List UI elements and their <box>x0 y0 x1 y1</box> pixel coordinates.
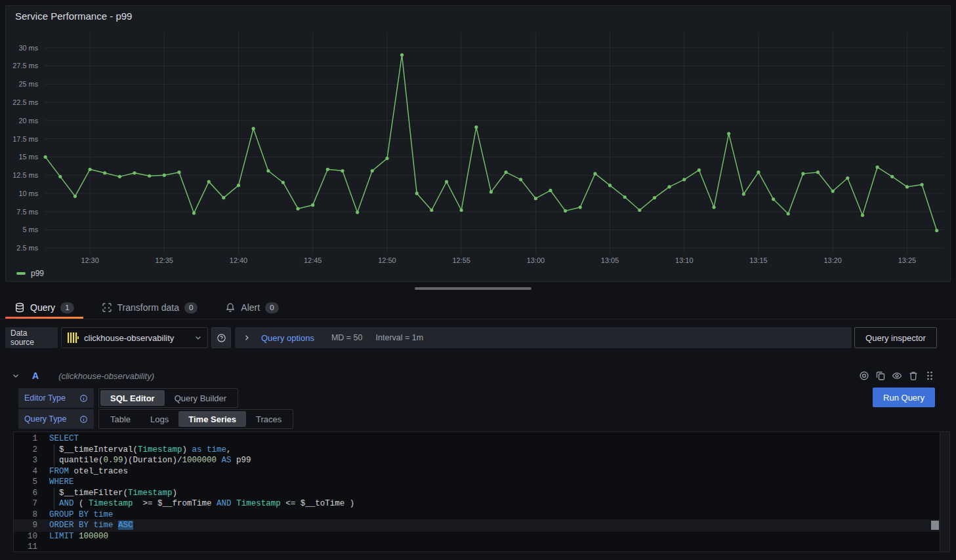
tabs-divider <box>0 319 956 319</box>
tab-transform-data[interactable]: Transform data 0 <box>93 296 207 319</box>
query-datasource-hint: (clickhouse-observability) <box>58 371 154 381</box>
query-ref-id[interactable]: A <box>32 370 39 381</box>
query-options-md: MD = 50 <box>331 333 363 342</box>
svg-text:20 ms: 20 ms <box>18 117 38 125</box>
svg-text:12:50: 12:50 <box>378 256 396 264</box>
datasource-name: clickhouse-observability <box>84 333 174 343</box>
query-toolbar: Data source clickhouse-observability <box>5 327 951 348</box>
svg-text:12:45: 12:45 <box>304 256 322 264</box>
code-line: 2 $__timeInterval(Timestamp) as time, <box>14 445 949 456</box>
time-series-chart[interactable]: 2.5 ms5 ms7.5 ms10 ms12.5 ms15 ms17.5 ms… <box>6 6 950 281</box>
line-number: 11 <box>14 542 37 553</box>
svg-text:5 ms: 5 ms <box>22 226 38 233</box>
line-number: 9 <box>14 520 37 531</box>
query-row-actions <box>859 370 935 381</box>
line-number: 3 <box>14 455 37 466</box>
tab-alert-label: Alert <box>241 302 260 313</box>
disable-query-icon[interactable] <box>859 370 869 381</box>
datasource-label: Data source <box>5 327 58 348</box>
line-number: 2 <box>14 445 37 456</box>
query-type-label: Query Type <box>18 409 94 429</box>
info-icon[interactable] <box>79 394 88 403</box>
code-line: 10LIMIT 100000 <box>14 531 949 542</box>
drag-handle-grip-icon[interactable] <box>925 370 935 381</box>
query-row-header: A (clickhouse-observability) <box>5 365 951 387</box>
datasource-picker[interactable]: clickhouse-observability <box>61 327 208 348</box>
code-line: 6 $__timeFilter(Timestamp) <box>14 488 949 499</box>
query-type-option-time-series[interactable]: Time Series <box>178 411 246 427</box>
line-number: 5 <box>14 477 37 488</box>
editor-type-switcher: SQL Editor Query Builder <box>98 388 238 408</box>
query-options-toggle[interactable]: Query options MD = 50 Interval = 1m <box>235 327 852 348</box>
query-type-option-table[interactable]: Table <box>100 411 140 427</box>
svg-text:7.5 ms: 7.5 ms <box>16 208 38 216</box>
time-series-panel: Service Performance - p99 2.5 ms5 ms7.5 … <box>5 5 951 282</box>
code-line: 1SELECT <box>14 433 949 445</box>
svg-text:13:15: 13:15 <box>749 256 767 264</box>
delete-query-trash-icon[interactable] <box>908 370 919 381</box>
svg-text:13:00: 13:00 <box>527 256 545 264</box>
editor-type-option-sql-editor[interactable]: SQL Editor <box>100 390 165 406</box>
sql-code-editor[interactable]: 1SELECT2 $__timeInterval(Timestamp) as t… <box>13 431 950 552</box>
line-number: 1 <box>14 433 37 445</box>
svg-text:2.5 ms: 2.5 ms <box>16 244 38 252</box>
line-number: 6 <box>14 488 37 499</box>
chevron-right-icon <box>243 334 251 342</box>
run-query-button[interactable]: Run Query <box>873 388 935 407</box>
code-line: 4FROM otel_traces <box>14 466 949 477</box>
query-options-interval: Interval = 1m <box>376 333 424 342</box>
code-lines: 1SELECT2 $__timeInterval(Timestamp) as t… <box>14 433 949 553</box>
tab-transform-label: Transform data <box>117 302 179 313</box>
datasource-help-button[interactable] <box>211 327 231 348</box>
duplicate-query-icon[interactable] <box>875 370 886 381</box>
svg-text:12:55: 12:55 <box>452 256 470 264</box>
svg-text:12.5 ms: 12.5 ms <box>12 171 38 179</box>
panel-title: Service Performance - p99 <box>15 10 132 22</box>
editor-cursor-marker <box>931 521 939 530</box>
code-line: 8GROUP BY time <box>14 510 949 521</box>
legend-label: p99 <box>31 269 44 278</box>
svg-text:17.5 ms: 17.5 ms <box>12 135 38 143</box>
svg-text:12:30: 12:30 <box>81 256 98 264</box>
editor-type-option-query-builder[interactable]: Query Builder <box>165 390 236 406</box>
bell-icon <box>225 302 236 313</box>
query-type-option-logs[interactable]: Logs <box>140 411 178 427</box>
svg-text:25 ms: 25 ms <box>18 80 38 88</box>
query-type-option-traces[interactable]: Traces <box>246 411 291 427</box>
tab-query[interactable]: Query 1 <box>5 296 83 319</box>
code-line: 11 <box>14 542 949 553</box>
svg-text:13:20: 13:20 <box>824 256 842 264</box>
collapse-chevron-icon[interactable] <box>12 372 20 380</box>
svg-text:12:35: 12:35 <box>156 256 173 264</box>
code-line: 7 AND ( Timestamp >= $__fromTime AND Tim… <box>14 498 949 510</box>
svg-text:22.5 ms: 22.5 ms <box>12 98 38 106</box>
tab-alert-badge: 0 <box>265 302 278 313</box>
legend-swatch <box>16 272 26 275</box>
transform-icon <box>102 302 112 313</box>
grafana-panel-edit-page: Service Performance - p99 2.5 ms5 ms7.5 … <box>0 0 956 560</box>
tab-query-label: Query <box>30 302 55 313</box>
editor-type-row: Editor Type SQL Editor Query Builder <box>18 388 238 408</box>
code-line: 3 quantile(0.99)(Duration)/1000000 AS p9… <box>14 455 949 466</box>
info-icon[interactable] <box>79 415 88 424</box>
tab-query-badge: 1 <box>60 302 73 313</box>
query-type-row: Query Type Table Logs Time Series Traces <box>18 409 293 429</box>
svg-text:12:40: 12:40 <box>230 256 247 264</box>
tab-alert[interactable]: Alert 0 <box>216 296 287 319</box>
query-inspector-button[interactable]: Query inspector <box>854 327 937 348</box>
svg-text:27.5 ms: 27.5 ms <box>12 62 38 70</box>
code-line: 9ORDER BY time ASC <box>14 520 949 531</box>
svg-text:10 ms: 10 ms <box>18 190 38 197</box>
editor-scrollbar-track[interactable] <box>940 432 949 551</box>
line-number: 4 <box>14 466 37 477</box>
query-options-link: Query options <box>261 333 314 343</box>
editor-type-label: Editor Type <box>18 388 94 408</box>
legend-item-p99[interactable]: p99 <box>16 269 44 278</box>
horizontal-scrollbar-thumb[interactable] <box>415 287 531 290</box>
tab-transform-badge: 0 <box>184 302 197 313</box>
line-number: 10 <box>14 531 37 542</box>
database-icon <box>14 302 25 313</box>
svg-text:13:05: 13:05 <box>601 256 619 264</box>
line-number: 8 <box>14 510 37 521</box>
hide-response-eye-icon[interactable] <box>892 370 902 381</box>
